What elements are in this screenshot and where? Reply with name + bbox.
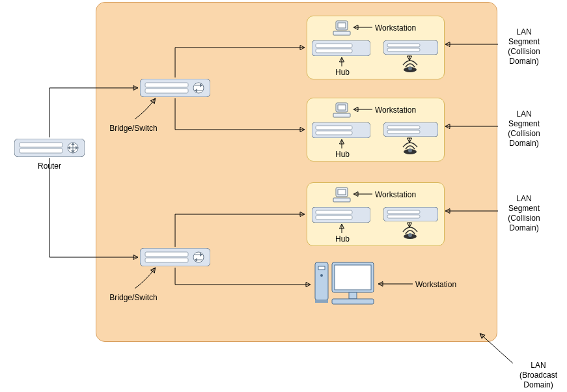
seg2-workstation-label: Workstation <box>375 105 416 115</box>
svg-rect-50 <box>333 198 350 202</box>
standalone-workstation-icon <box>312 259 376 309</box>
seg2-hub-label: Hub <box>335 150 350 160</box>
ext-seg3-label: LAN Segment (Collision Domain) <box>501 194 547 233</box>
svg-rect-64 <box>349 292 357 299</box>
svg-rect-33 <box>387 44 420 47</box>
router-icon <box>14 139 85 157</box>
seg3-wifi-icon <box>402 225 419 240</box>
svg-rect-20 <box>145 258 188 262</box>
switch-2-label: Bridge/Switch <box>107 293 159 303</box>
seg3-hub-label: Hub <box>335 234 350 244</box>
svg-rect-29 <box>312 40 370 56</box>
switch-2-icon <box>140 248 210 266</box>
switch-1-label: Bridge/Switch <box>107 124 159 133</box>
svg-rect-52 <box>316 210 352 214</box>
seg3-workstation-label: Workstation <box>375 190 416 200</box>
svg-rect-32 <box>383 40 438 55</box>
seg1-workstation-label: Workstation <box>375 23 416 33</box>
svg-rect-54 <box>383 207 438 221</box>
seg2-workstation-icon <box>332 102 352 120</box>
svg-rect-34 <box>387 48 420 51</box>
svg-rect-53 <box>316 216 352 219</box>
seg3-hub-icon <box>312 207 370 223</box>
svg-rect-44 <box>387 126 420 129</box>
svg-rect-51 <box>312 207 370 223</box>
svg-point-58 <box>408 233 412 237</box>
svg-rect-39 <box>333 113 350 117</box>
svg-point-21 <box>193 252 204 262</box>
standalone-workstation-label: Workstation <box>415 280 456 290</box>
svg-rect-12 <box>145 89 188 93</box>
seg2-wifi-icon <box>402 141 419 155</box>
svg-rect-1 <box>20 143 62 147</box>
svg-rect-19 <box>145 252 188 257</box>
svg-rect-28 <box>333 31 350 35</box>
seg1-hub-label: Hub <box>335 68 350 77</box>
svg-rect-63 <box>335 265 371 290</box>
svg-rect-56 <box>387 215 420 218</box>
svg-rect-66 <box>315 300 328 303</box>
svg-point-36 <box>408 66 412 70</box>
svg-rect-55 <box>387 210 420 214</box>
svg-rect-42 <box>316 131 352 135</box>
seg3-repeater-icon <box>383 207 438 221</box>
seg3-workstation-icon <box>332 186 352 204</box>
svg-point-61 <box>320 274 323 277</box>
diagram-canvas: Router Bridge/Switch Bridge/Switch <box>0 0 567 392</box>
svg-rect-27 <box>338 23 346 28</box>
svg-point-13 <box>193 83 204 93</box>
seg2-hub-icon <box>312 122 370 138</box>
svg-rect-60 <box>318 266 325 270</box>
svg-rect-41 <box>316 126 352 130</box>
seg1-workstation-icon <box>332 20 352 38</box>
svg-rect-65 <box>332 299 374 304</box>
seg1-repeater-icon <box>383 40 438 55</box>
svg-rect-38 <box>338 105 346 110</box>
svg-rect-49 <box>338 189 346 195</box>
svg-rect-2 <box>20 148 62 153</box>
svg-rect-31 <box>316 49 352 53</box>
svg-rect-43 <box>383 122 438 137</box>
router-label: Router <box>19 161 80 171</box>
seg2-repeater-icon <box>383 122 438 137</box>
ext-lan-label: LAN (Broadcast Domain) <box>516 361 561 390</box>
ext-seg2-label: LAN Segment (Collision Domain) <box>501 109 547 148</box>
switch-1-icon <box>140 79 210 97</box>
svg-rect-45 <box>387 130 420 133</box>
svg-rect-11 <box>145 83 188 87</box>
ext-seg1-label: LAN Segment (Collision Domain) <box>501 27 547 66</box>
svg-rect-40 <box>312 122 370 138</box>
svg-point-47 <box>408 148 412 152</box>
seg1-wifi-icon <box>402 59 419 73</box>
seg1-hub-icon <box>312 40 370 56</box>
svg-rect-30 <box>316 44 352 48</box>
